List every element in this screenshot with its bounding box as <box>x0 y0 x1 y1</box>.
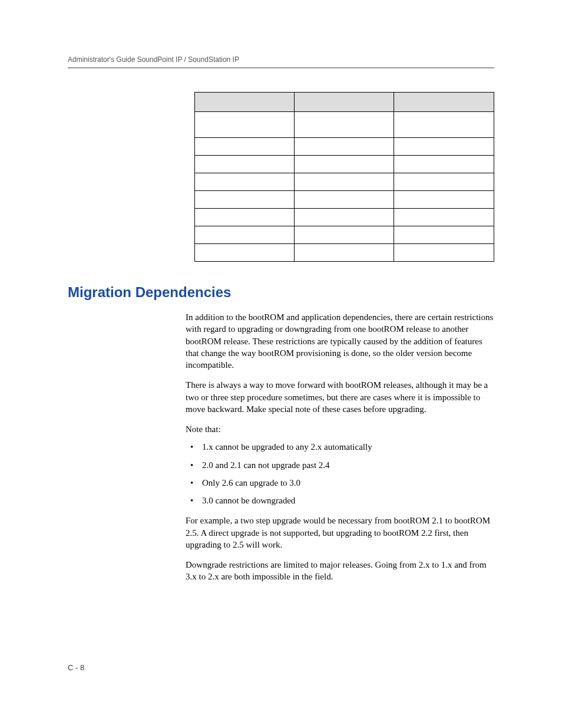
table-cell <box>295 191 394 209</box>
list-item: 2.0 and 2.1 can not upgrade past 2.4 <box>186 459 494 471</box>
compatibility-table <box>194 92 494 262</box>
table-row <box>195 226 494 244</box>
table-row <box>195 173 494 191</box>
table-header-cell <box>394 93 494 112</box>
table-cell <box>394 138 494 156</box>
table-cell <box>195 112 295 138</box>
table-cell <box>394 112 494 138</box>
table-cell <box>394 173 494 191</box>
table-cell <box>195 226 295 244</box>
table-cell <box>195 191 295 209</box>
table-cell <box>295 173 394 191</box>
table-header-cell <box>295 93 394 112</box>
table-row <box>195 138 494 156</box>
table-cell <box>295 244 394 262</box>
paragraph: Downgrade restrictions are limited to ma… <box>186 559 494 583</box>
header-rule <box>68 67 494 68</box>
table-cell <box>394 244 494 262</box>
list-item: 1.x cannot be upgraded to any 2.x automa… <box>186 441 494 453</box>
table-cell <box>394 226 494 244</box>
table-row <box>195 191 494 209</box>
list-item: Only 2.6 can upgrade to 3.0 <box>186 477 494 489</box>
paragraph: For example, a two step upgrade would be… <box>186 515 494 551</box>
table-row <box>195 156 494 173</box>
table-cell <box>295 209 394 226</box>
table-cell <box>295 112 394 138</box>
page-header: Administrator's Guide SoundPoint IP / So… <box>68 55 494 64</box>
table-row <box>195 244 494 262</box>
body-content: In addition to the bootROM and applicati… <box>186 311 494 583</box>
table-cell <box>394 191 494 209</box>
table-cell <box>195 209 295 226</box>
table-header-cell <box>195 93 295 112</box>
table-header-row <box>195 93 494 112</box>
bullet-list: 1.x cannot be upgraded to any 2.x automa… <box>186 441 494 506</box>
table-cell <box>394 209 494 226</box>
list-item: 3.0 cannot be downgraded <box>186 495 494 506</box>
table-cell <box>195 138 295 156</box>
page-number: C - 8 <box>68 663 84 672</box>
table-cell <box>394 156 494 173</box>
section-heading-migration-dependencies: Migration Dependencies <box>68 284 494 301</box>
table-cell <box>195 244 295 262</box>
table-cell <box>295 138 394 156</box>
table-row <box>195 112 494 138</box>
table-cell <box>295 156 394 173</box>
table-row <box>195 209 494 226</box>
note-that-label: Note that: <box>186 423 494 435</box>
table-cell <box>195 173 295 191</box>
table-cell <box>195 156 295 173</box>
paragraph: There is always a way to move forward wi… <box>186 379 494 415</box>
paragraph: In addition to the bootROM and applicati… <box>186 311 494 371</box>
table-cell <box>295 226 394 244</box>
